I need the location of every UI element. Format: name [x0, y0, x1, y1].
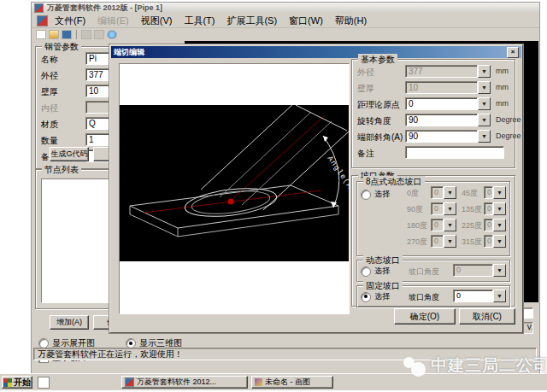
preview-picture: Angle(A): [119, 63, 350, 314]
param-label: 壁厚: [357, 83, 374, 95]
wall-combo: 10 ▼: [405, 81, 491, 94]
chevron-down-icon[interactable]: ▼: [478, 97, 491, 110]
deg0-combo: 0▼: [431, 186, 456, 199]
groove-angle-label: 坡口角度: [409, 292, 439, 303]
deg225-combo: 0▼: [484, 219, 506, 231]
fixed-groove-angle-value[interactable]: 0: [453, 290, 493, 302]
rotation-angle-value[interactable]: 90: [405, 114, 478, 126]
deg315-combo: 0▼: [484, 235, 506, 248]
web-help-icon[interactable]: [107, 30, 117, 39]
unit-label: mm: [496, 99, 509, 108]
chevron-down-icon[interactable]: ▼: [478, 130, 491, 143]
cad-preview: Angle(A): [120, 105, 349, 261]
deg-value: 0: [431, 235, 444, 248]
dialog-titlebar[interactable]: 端切编辑 ×: [111, 46, 521, 58]
dialog-remark-field[interactable]: [405, 146, 504, 159]
task-button-paint[interactable]: 未命名 - 画图: [251, 376, 333, 389]
end-bevel-value[interactable]: 90: [405, 130, 478, 143]
eight-point-groove-group: 8点式动态坡口 选择 0度 0▼ 45度 0▼ 90度 0▼ 135度 0▼ 1…: [356, 181, 510, 256]
open-folder-icon[interactable]: [49, 30, 59, 39]
deg180-combo: 0▼: [431, 219, 456, 231]
param-label: 外径: [357, 67, 374, 79]
fixed-groove-angle-combo[interactable]: 0 ▼: [453, 290, 506, 302]
chevron-down-icon: ▼: [493, 202, 506, 215]
start-label: 开始: [14, 377, 31, 389]
od-combo: 377 ▼: [405, 65, 491, 78]
dynamic-groove-title: 动态坡口: [363, 255, 403, 266]
task-button-nesting-app[interactable]: 万菱管套料软件 2012...: [121, 376, 248, 389]
dynamic-groove-group: 动态坡口 选择 坡口角度 0 ▼: [356, 260, 510, 282]
radio-icon: [361, 266, 371, 277]
deg-label: 135度: [462, 204, 482, 215]
app-icon: [125, 377, 134, 387]
chevron-down-icon: ▼: [493, 264, 506, 277]
window-titlebar[interactable]: 万菱管套料软件 2012版 - [Pipe 1]: [32, 3, 539, 14]
rotation-angle-combo[interactable]: 90 ▼: [405, 114, 491, 126]
add-node-button[interactable]: 增加(A): [50, 315, 89, 330]
dialog-title: 端切编辑: [114, 47, 144, 58]
end-bevel-combo[interactable]: 90 ▼: [405, 130, 491, 143]
menu-help[interactable]: 帮助(H): [330, 14, 372, 28]
menu-file[interactable]: 文件(F): [50, 14, 91, 28]
cancel-button[interactable]: 取消(C): [459, 308, 515, 325]
window-title: 万菱管套料软件 2012版 - [Pipe 1]: [47, 3, 162, 14]
chevron-down-icon: ▼: [444, 235, 456, 248]
param-label: 旋转角度: [357, 115, 391, 127]
task-label: 万菱管套料软件 2012...: [137, 377, 216, 388]
toolbar-separator: [76, 30, 77, 39]
unit-label: mm: [496, 83, 509, 91]
ok-button[interactable]: 确定(O): [394, 308, 456, 325]
field-label: 内径: [41, 102, 58, 114]
param-label: 距理论原点: [357, 99, 400, 111]
task-label: 未命名 - 画图: [265, 377, 310, 388]
origin-distance-value[interactable]: 0: [405, 97, 478, 110]
fixed-select-radio[interactable]: 选择: [361, 291, 390, 302]
radio-label: 选择: [374, 189, 390, 200]
param-label: 备注: [357, 148, 374, 160]
eight-point-select-radio[interactable]: 选择: [361, 189, 390, 200]
dynamic-groove-angle-value: 0: [453, 264, 493, 277]
param-label: 端部斜角(A): [357, 132, 403, 143]
paint-icon: [255, 378, 262, 386]
radio-icon: [361, 190, 371, 200]
chevron-down-icon: ▼: [478, 65, 491, 78]
dynamic-select-radio[interactable]: 选择: [361, 266, 390, 277]
menu-edit[interactable]: 编辑(E): [92, 14, 134, 28]
chevron-down-icon: ▼: [478, 81, 491, 94]
field-label: 数量: [41, 135, 58, 147]
eight-point-title: 8点式动态坡口: [363, 176, 425, 188]
app-status-message: 万菱管套料软件正在运行，欢迎使用！: [33, 348, 537, 360]
od-value: 377: [405, 65, 478, 78]
quick-launch-icon[interactable]: [38, 377, 50, 389]
end-cut-dialog: 端切编辑 ×: [109, 44, 523, 333]
field-label: 材质: [41, 119, 58, 131]
taskbar: 开始 万菱管套料软件 2012... 未命名 - 画图: [0, 373, 547, 390]
print-preview-icon[interactable]: [94, 30, 104, 39]
save-icon[interactable]: [62, 30, 72, 39]
start-button[interactable]: 开始: [2, 376, 32, 389]
menu-tools[interactable]: 工具(T): [179, 14, 220, 28]
new-file-icon[interactable]: [36, 30, 46, 39]
radio-label: 选择: [374, 266, 390, 277]
close-icon[interactable]: ×: [507, 47, 519, 58]
chevron-down-icon[interactable]: ▼: [478, 114, 491, 126]
menu-view[interactable]: 视图(V): [136, 14, 178, 28]
print-icon[interactable]: [81, 30, 91, 39]
toolbar: [32, 28, 539, 41]
field-label: 壁厚: [41, 86, 58, 98]
menu-window[interactable]: 窗口(W): [284, 14, 328, 28]
chevron-down-icon[interactable]: ▼: [493, 290, 506, 302]
generate-gcode-button[interactable]: 生成G代码: [50, 147, 89, 161]
screenshot-root: { "window": { "title": "万菱管套料软件 2012版 - …: [0, 0, 547, 392]
menu-bar: 文件(F) 编辑(E) 视图(V) 工具(T) 扩展工具(S) 窗口(W) 帮助…: [32, 14, 539, 28]
mdi-child-icon[interactable]: [37, 15, 48, 26]
basic-params-title: 基本参数: [358, 54, 397, 66]
radio-label: 选择: [374, 291, 390, 302]
deg-label: 270度: [407, 237, 427, 248]
menu-ext-tools[interactable]: 扩展工具(S): [221, 14, 282, 28]
unit-label: mm: [496, 67, 509, 75]
pipe-drawing: Angle(A): [120, 105, 349, 261]
origin-distance-combo[interactable]: 0 ▼: [405, 97, 491, 110]
wall-value: 10: [405, 81, 478, 94]
deg45-combo: 0▼: [484, 186, 506, 199]
